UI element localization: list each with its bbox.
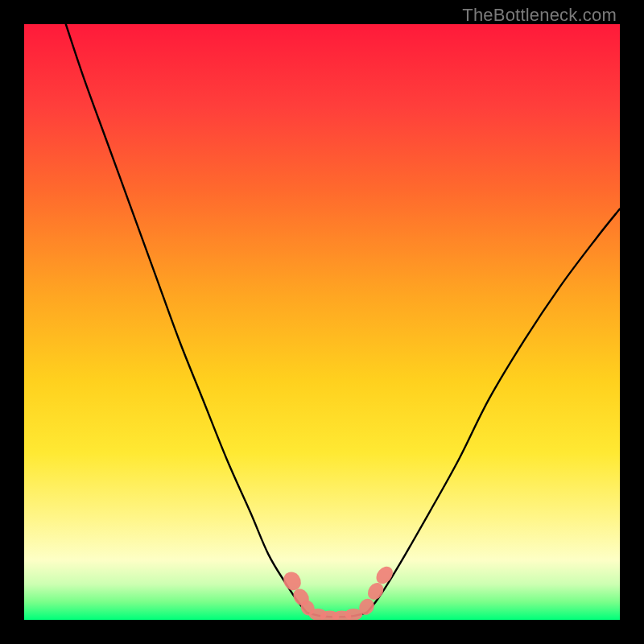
curve-svg bbox=[24, 24, 620, 620]
curve-layer bbox=[66, 24, 620, 617]
series-left-curve bbox=[66, 24, 308, 613]
plot-area bbox=[24, 24, 620, 620]
series-right-curve bbox=[367, 208, 621, 613]
marker-layer bbox=[280, 564, 396, 620]
chart-frame: TheBottleneck.com bbox=[0, 0, 644, 644]
watermark-label: TheBottleneck.com bbox=[462, 5, 617, 26]
